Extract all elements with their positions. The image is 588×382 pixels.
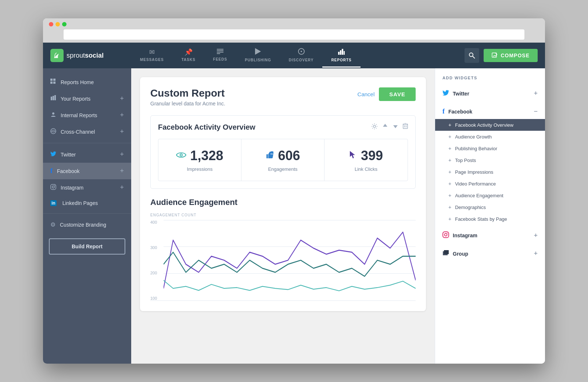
svg-rect-29 xyxy=(403,124,408,129)
panel-item-audience-growth[interactable]: + Audience Growth xyxy=(435,131,545,143)
messages-icon: ✉ xyxy=(149,48,155,56)
stats-grid: 1,328 Impressions xyxy=(158,139,408,181)
svg-point-6 xyxy=(301,51,302,52)
widget-title: Facebook Activity Overview xyxy=(158,123,255,131)
report-header: Custom Report Granular level data for Ac… xyxy=(150,87,416,107)
sidebar-internal-reports-label: Internal Reports xyxy=(61,112,97,118)
sidebar-item-internal-reports[interactable]: Internal Reports + xyxy=(43,107,131,123)
logo-area: sproutsocial xyxy=(50,49,116,62)
cross-channel-add-icon[interactable]: + xyxy=(120,128,124,136)
sidebar-item-twitter[interactable]: Twitter + xyxy=(43,146,131,163)
nav-messages-label: MESSAGES xyxy=(140,58,164,62)
sidebar-item-reports-home[interactable]: Reports Home xyxy=(43,74,131,90)
widget-move-up-icon[interactable] xyxy=(382,123,388,131)
svg-rect-1 xyxy=(217,50,223,51)
nav-right-actions: COMPOSE xyxy=(465,48,538,63)
your-reports-icon xyxy=(50,95,56,102)
impressions-value: 1,328 xyxy=(190,148,223,163)
twitter-panel-icon xyxy=(442,90,449,97)
panel-item-facebook-stats-by-page[interactable]: + Facebook Stats by Page xyxy=(435,213,545,225)
panel-instagram-header[interactable]: Instagram + xyxy=(435,228,545,243)
report-title: Custom Report xyxy=(150,87,225,99)
engagements-icon-row: 606 xyxy=(265,148,300,163)
svg-point-37 xyxy=(445,234,447,236)
cross-channel-icon xyxy=(50,128,56,136)
feeds-icon xyxy=(217,48,223,56)
publishing-behavior-plus-icon: + xyxy=(448,145,451,151)
y-label-300: 300 xyxy=(150,245,161,250)
svg-rect-16 xyxy=(53,79,55,81)
instagram-add-icon[interactable]: + xyxy=(120,184,124,191)
svg-line-12 xyxy=(473,56,475,58)
panel-group-label: Group xyxy=(453,251,530,257)
compose-button[interactable]: COMPOSE xyxy=(484,49,538,62)
sidebar-linkedin-label: LinkedIn Pages xyxy=(62,200,98,206)
widget-move-down-icon[interactable] xyxy=(392,123,398,131)
group-toggle-icon[interactable]: + xyxy=(534,250,538,257)
panel-group-header[interactable]: Group + xyxy=(435,246,545,261)
widget-delete-icon[interactable] xyxy=(403,123,408,131)
svg-rect-8 xyxy=(340,50,341,55)
instagram-toggle-icon[interactable]: + xyxy=(534,232,538,239)
address-bar[interactable] xyxy=(64,29,524,40)
panel-item-facebook-activity-overview[interactable]: + Facebook Activity Overview xyxy=(435,119,545,131)
reports-icon xyxy=(338,48,345,57)
widget-header: Facebook Activity Overview xyxy=(158,123,408,131)
video-performance-plus-icon: + xyxy=(448,181,451,187)
twitter-sidebar-icon xyxy=(50,151,56,158)
impressions-icon-row: 1,328 xyxy=(176,148,223,163)
sidebar-item-facebook[interactable]: f Facebook + xyxy=(43,163,131,179)
panel-twitter-label: Twitter xyxy=(453,91,530,97)
chart-y-label: ENGAGEMENT COUNT xyxy=(150,213,416,217)
your-reports-add-icon[interactable]: + xyxy=(120,95,124,102)
nav-item-feeds[interactable]: FEEDS xyxy=(204,44,236,68)
search-button[interactable] xyxy=(465,48,479,63)
nav-tasks-label: TASKS xyxy=(182,58,196,62)
sidebar-item-customize-branding[interactable]: ⚙ Customize Branding xyxy=(43,217,131,233)
build-report-button[interactable]: Build Report xyxy=(49,238,125,255)
save-button[interactable]: SAVE xyxy=(379,87,416,101)
svg-marker-4 xyxy=(255,48,261,55)
sidebar-item-instagram[interactable]: Instagram + xyxy=(43,179,131,196)
twitter-toggle-icon[interactable]: + xyxy=(534,90,538,97)
svg-rect-3 xyxy=(217,53,220,54)
panel-facebook-header[interactable]: f Facebook − xyxy=(435,104,545,119)
svg-rect-17 xyxy=(50,82,53,84)
report-title-area: Custom Report Granular level data for Ac… xyxy=(150,87,225,107)
sidebar-item-your-reports[interactable]: Your Reports + xyxy=(43,90,131,107)
facebook-add-icon[interactable]: + xyxy=(120,167,124,175)
sidebar-item-linkedin[interactable]: in LinkedIn Pages xyxy=(43,196,131,210)
nav-item-reports[interactable]: REPORTS xyxy=(322,44,360,68)
demographics-plus-icon: + xyxy=(448,204,451,210)
panel-item-top-posts[interactable]: + Top Posts xyxy=(435,154,545,166)
nav-item-discovery[interactable]: DISCOVERY xyxy=(280,44,323,68)
svg-rect-15 xyxy=(50,79,53,81)
internal-reports-icon xyxy=(50,112,56,119)
panel-twitter-header[interactable]: Twitter + xyxy=(435,86,545,101)
widget-settings-icon[interactable] xyxy=(371,123,378,131)
sidebar-item-cross-channel[interactable]: Cross-Channel + xyxy=(43,123,131,140)
facebook-toggle-icon[interactable]: − xyxy=(534,108,538,115)
window-close-dot[interactable] xyxy=(49,22,53,26)
nav-item-messages[interactable]: ✉ MESSAGES xyxy=(131,44,173,68)
y-label-200: 200 xyxy=(150,271,161,275)
facebook-stats-by-page-plus-icon: + xyxy=(448,216,451,222)
nav-item-tasks[interactable]: 📌 TASKS xyxy=(173,44,204,68)
link-clicks-value: 399 xyxy=(361,148,383,163)
sidebar-divider-2 xyxy=(43,213,131,214)
nav-publishing-label: PUBLISHING xyxy=(245,58,271,62)
panel-item-page-impressions[interactable]: + Page Impressions xyxy=(435,166,545,178)
window-maximize-dot[interactable] xyxy=(62,22,67,26)
svg-rect-21 xyxy=(54,95,56,100)
panel-item-video-performance[interactable]: + Video Performance xyxy=(435,178,545,190)
panel-item-demographics[interactable]: + Demographics xyxy=(435,201,545,213)
internal-reports-add-icon[interactable]: + xyxy=(120,111,124,119)
sidebar-instagram-label: Instagram xyxy=(61,185,83,191)
panel-item-audience-engagement[interactable]: + Audience Engagement xyxy=(435,190,545,201)
panel-item-publishing-behavior[interactable]: + Publishing Behavior xyxy=(435,143,545,154)
nav-item-publishing[interactable]: PUBLISHING xyxy=(236,44,280,68)
cancel-button[interactable]: Cancel xyxy=(358,91,375,97)
svg-rect-20 xyxy=(53,96,54,100)
window-minimize-dot[interactable] xyxy=(55,22,60,26)
twitter-add-icon[interactable]: + xyxy=(120,151,124,158)
